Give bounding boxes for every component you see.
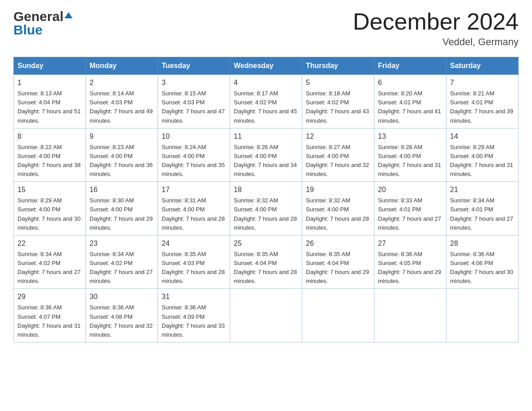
day-number: 13 bbox=[378, 131, 442, 142]
table-row: 16Sunrise: 8:30 AMSunset: 4:00 PMDayligh… bbox=[86, 182, 158, 235]
day-number: 22 bbox=[17, 238, 82, 249]
day-info: Sunrise: 8:23 AMSunset: 4:00 PMDaylight:… bbox=[90, 144, 153, 177]
day-number: 29 bbox=[17, 291, 82, 302]
day-number: 6 bbox=[378, 77, 442, 88]
col-thursday: Thursday bbox=[302, 57, 374, 75]
table-row: 29Sunrise: 8:36 AMSunset: 4:07 PMDayligh… bbox=[14, 289, 86, 342]
day-info: Sunrise: 8:22 AMSunset: 4:00 PMDaylight:… bbox=[17, 144, 81, 177]
day-number: 12 bbox=[306, 131, 370, 142]
table-row: 5Sunrise: 8:18 AMSunset: 4:02 PMDaylight… bbox=[302, 75, 374, 128]
day-info: Sunrise: 8:18 AMSunset: 4:02 PMDaylight:… bbox=[306, 90, 369, 124]
day-number: 27 bbox=[378, 238, 442, 249]
day-info: Sunrise: 8:30 AMSunset: 4:00 PMDaylight:… bbox=[90, 197, 153, 231]
day-number: 10 bbox=[162, 131, 226, 142]
day-number: 2 bbox=[90, 77, 154, 88]
day-number: 14 bbox=[450, 131, 515, 142]
calendar-week-row: 8Sunrise: 8:22 AMSunset: 4:00 PMDaylight… bbox=[14, 128, 519, 182]
day-info: Sunrise: 8:14 AMSunset: 4:03 PMDaylight:… bbox=[90, 90, 153, 124]
day-number: 5 bbox=[306, 77, 370, 88]
table-row bbox=[374, 289, 446, 342]
day-number: 21 bbox=[450, 184, 515, 195]
col-wednesday: Wednesday bbox=[230, 57, 302, 75]
col-monday: Monday bbox=[86, 57, 158, 75]
day-info: Sunrise: 8:13 AMSunset: 4:04 PMDaylight:… bbox=[17, 90, 81, 124]
day-info: Sunrise: 8:29 AMSunset: 4:00 PMDaylight:… bbox=[450, 144, 513, 177]
table-row: 4Sunrise: 8:17 AMSunset: 4:02 PMDaylight… bbox=[230, 75, 302, 128]
day-info: Sunrise: 8:32 AMSunset: 4:00 PMDaylight:… bbox=[234, 197, 297, 231]
table-row: 19Sunrise: 8:32 AMSunset: 4:00 PMDayligh… bbox=[302, 182, 374, 235]
calendar-header-row: Sunday Monday Tuesday Wednesday Thursday… bbox=[14, 57, 519, 75]
day-info: Sunrise: 8:26 AMSunset: 4:00 PMDaylight:… bbox=[234, 144, 297, 177]
day-info: Sunrise: 8:34 AMSunset: 4:01 PMDaylight:… bbox=[450, 197, 513, 231]
day-number: 8 bbox=[17, 131, 82, 142]
calendar-table: Sunday Monday Tuesday Wednesday Thursday… bbox=[13, 57, 519, 342]
day-number: 20 bbox=[378, 184, 442, 195]
logo-blue-text: Blue bbox=[13, 22, 43, 38]
location: Veddel, Germany bbox=[353, 36, 519, 48]
day-info: Sunrise: 8:32 AMSunset: 4:00 PMDaylight:… bbox=[306, 197, 369, 231]
table-row: 1Sunrise: 8:13 AMSunset: 4:04 PMDaylight… bbox=[14, 75, 86, 128]
day-info: Sunrise: 8:36 AMSunset: 4:07 PMDaylight:… bbox=[17, 304, 81, 338]
table-row: 30Sunrise: 8:36 AMSunset: 4:08 PMDayligh… bbox=[86, 289, 158, 342]
day-number: 7 bbox=[450, 77, 515, 88]
table-row bbox=[446, 289, 519, 342]
col-saturday: Saturday bbox=[446, 57, 519, 75]
day-info: Sunrise: 8:20 AMSunset: 4:01 PMDaylight:… bbox=[378, 90, 441, 124]
table-row: 8Sunrise: 8:22 AMSunset: 4:00 PMDaylight… bbox=[14, 128, 86, 182]
day-number: 17 bbox=[162, 184, 226, 195]
day-number: 1 bbox=[17, 77, 82, 88]
day-info: Sunrise: 8:15 AMSunset: 4:03 PMDaylight:… bbox=[162, 90, 225, 124]
table-row: 24Sunrise: 8:35 AMSunset: 4:03 PMDayligh… bbox=[158, 235, 230, 289]
table-row: 2Sunrise: 8:14 AMSunset: 4:03 PMDaylight… bbox=[86, 75, 158, 128]
title-block: December 2024 Veddel, Germany bbox=[353, 9, 519, 48]
table-row: 17Sunrise: 8:31 AMSunset: 4:00 PMDayligh… bbox=[158, 182, 230, 235]
day-number: 9 bbox=[90, 131, 154, 142]
table-row: 3Sunrise: 8:15 AMSunset: 4:03 PMDaylight… bbox=[158, 75, 230, 128]
day-number: 3 bbox=[162, 77, 226, 88]
table-row: 15Sunrise: 8:29 AMSunset: 4:00 PMDayligh… bbox=[14, 182, 86, 235]
day-number: 19 bbox=[306, 184, 370, 195]
col-sunday: Sunday bbox=[14, 57, 86, 75]
day-info: Sunrise: 8:36 AMSunset: 4:08 PMDaylight:… bbox=[90, 304, 153, 338]
table-row: 20Sunrise: 8:33 AMSunset: 4:01 PMDayligh… bbox=[374, 182, 446, 235]
table-row: 21Sunrise: 8:34 AMSunset: 4:01 PMDayligh… bbox=[446, 182, 519, 235]
day-number: 23 bbox=[90, 238, 154, 249]
day-number: 16 bbox=[90, 184, 154, 195]
table-row: 9Sunrise: 8:23 AMSunset: 4:00 PMDaylight… bbox=[86, 128, 158, 182]
day-number: 18 bbox=[234, 184, 298, 195]
day-info: Sunrise: 8:21 AMSunset: 4:01 PMDaylight:… bbox=[450, 90, 513, 124]
calendar-week-row: 15Sunrise: 8:29 AMSunset: 4:00 PMDayligh… bbox=[14, 182, 519, 235]
day-number: 15 bbox=[17, 184, 82, 195]
day-info: Sunrise: 8:36 AMSunset: 4:09 PMDaylight:… bbox=[162, 304, 225, 338]
day-info: Sunrise: 8:35 AMSunset: 4:04 PMDaylight:… bbox=[306, 251, 369, 284]
table-row: 31Sunrise: 8:36 AMSunset: 4:09 PMDayligh… bbox=[158, 289, 230, 342]
logo: General Blue bbox=[13, 9, 73, 38]
day-info: Sunrise: 8:24 AMSunset: 4:00 PMDaylight:… bbox=[162, 144, 225, 177]
day-info: Sunrise: 8:34 AMSunset: 4:02 PMDaylight:… bbox=[90, 251, 153, 284]
table-row: 28Sunrise: 8:36 AMSunset: 4:06 PMDayligh… bbox=[446, 235, 519, 289]
calendar-week-row: 29Sunrise: 8:36 AMSunset: 4:07 PMDayligh… bbox=[14, 289, 519, 342]
logo-general-text: General bbox=[13, 9, 64, 24]
table-row: 12Sunrise: 8:27 AMSunset: 4:00 PMDayligh… bbox=[302, 128, 374, 182]
day-info: Sunrise: 8:35 AMSunset: 4:04 PMDaylight:… bbox=[234, 251, 297, 284]
day-info: Sunrise: 8:31 AMSunset: 4:00 PMDaylight:… bbox=[162, 197, 225, 231]
table-row: 27Sunrise: 8:36 AMSunset: 4:05 PMDayligh… bbox=[374, 235, 446, 289]
table-row: 26Sunrise: 8:35 AMSunset: 4:04 PMDayligh… bbox=[302, 235, 374, 289]
day-number: 25 bbox=[234, 238, 298, 249]
day-number: 31 bbox=[162, 291, 226, 302]
table-row: 11Sunrise: 8:26 AMSunset: 4:00 PMDayligh… bbox=[230, 128, 302, 182]
day-info: Sunrise: 8:34 AMSunset: 4:02 PMDaylight:… bbox=[17, 251, 81, 284]
table-row: 18Sunrise: 8:32 AMSunset: 4:00 PMDayligh… bbox=[230, 182, 302, 235]
day-number: 26 bbox=[306, 238, 370, 249]
table-row: 14Sunrise: 8:29 AMSunset: 4:00 PMDayligh… bbox=[446, 128, 519, 182]
day-info: Sunrise: 8:35 AMSunset: 4:03 PMDaylight:… bbox=[162, 251, 225, 284]
day-number: 24 bbox=[162, 238, 226, 249]
day-info: Sunrise: 8:28 AMSunset: 4:00 PMDaylight:… bbox=[378, 144, 441, 177]
table-row: 25Sunrise: 8:35 AMSunset: 4:04 PMDayligh… bbox=[230, 235, 302, 289]
table-row bbox=[230, 289, 302, 342]
day-number: 11 bbox=[234, 131, 298, 142]
table-row: 10Sunrise: 8:24 AMSunset: 4:00 PMDayligh… bbox=[158, 128, 230, 182]
month-title: December 2024 bbox=[353, 9, 519, 34]
table-row: 7Sunrise: 8:21 AMSunset: 4:01 PMDaylight… bbox=[446, 75, 519, 128]
page-header: General Blue December 2024 Veddel, Germa… bbox=[13, 9, 519, 48]
